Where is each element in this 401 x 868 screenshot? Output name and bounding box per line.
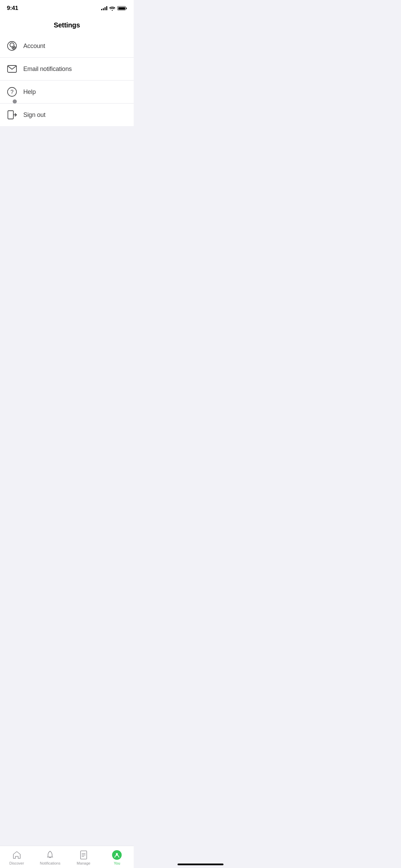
account-label: Account <box>23 43 45 50</box>
wifi-icon <box>109 6 115 11</box>
battery-icon <box>117 6 127 10</box>
settings-list: Account Email notifications ? Help <box>0 35 134 126</box>
email-notifications-label: Email notifications <box>23 65 72 73</box>
signout-icon <box>7 110 17 120</box>
svg-line-11 <box>14 47 15 47</box>
page-title: Settings <box>54 21 80 29</box>
settings-item-email[interactable]: Email notifications <box>0 58 134 81</box>
gray-background <box>0 126 134 298</box>
help-label: Help <box>23 88 36 96</box>
status-time: 9:41 <box>7 5 18 12</box>
svg-point-4 <box>13 47 14 48</box>
help-icon: ? <box>7 87 17 97</box>
settings-item-signout[interactable]: Sign out <box>0 104 134 126</box>
svg-text:?: ? <box>11 89 14 95</box>
account-icon <box>7 41 17 51</box>
status-icons <box>101 6 127 11</box>
signal-icon <box>101 6 107 10</box>
settings-item-account[interactable]: Account <box>0 35 134 58</box>
page-title-container: Settings <box>0 14 134 35</box>
signout-label: Sign out <box>23 111 45 119</box>
status-bar: 9:41 <box>0 0 134 14</box>
settings-item-help[interactable]: ? Help <box>0 81 134 104</box>
svg-line-12 <box>13 48 13 49</box>
svg-line-10 <box>14 48 15 49</box>
svg-line-9 <box>13 47 13 47</box>
svg-rect-16 <box>8 111 13 119</box>
scroll-indicator <box>13 99 17 104</box>
email-icon <box>7 64 17 74</box>
